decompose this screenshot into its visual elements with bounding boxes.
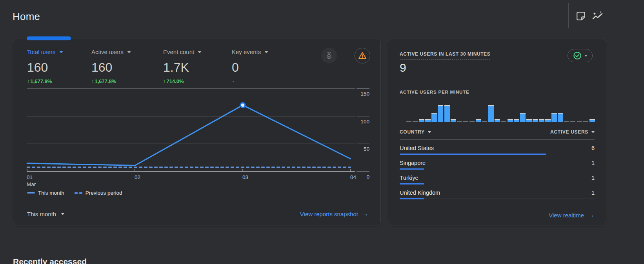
empty-minute-dash — [570, 121, 575, 122]
metric-tab-key-events[interactable]: Key events 0 - — [232, 49, 295, 84]
minute-slot — [551, 100, 558, 122]
minute-bar — [514, 119, 519, 122]
metric-tab-total-users[interactable]: Total users 160 ↑1,677.8% — [27, 49, 91, 84]
chevron-down-icon — [127, 51, 131, 53]
warning-icon[interactable] — [355, 48, 370, 63]
minute-bar — [558, 113, 563, 122]
chart-legend: This month Previous period — [27, 190, 122, 196]
active-users-per-minute-chart[interactable] — [406, 100, 596, 122]
app-canvas: Home Total users 160 ↑1,677.8% Active us… — [0, 0, 644, 264]
check-circle-icon — [573, 51, 582, 60]
row-track-line — [400, 199, 595, 199]
minute-slot — [419, 100, 425, 122]
minute-bar — [451, 119, 456, 122]
y-axis-label: 150 — [360, 91, 369, 97]
minute-bar — [476, 119, 481, 122]
minute-slot — [558, 100, 564, 122]
header-divider — [568, 3, 569, 28]
country-bar — [400, 183, 424, 184]
minute-slot — [526, 100, 533, 122]
metric-delta: ↑1,677.8% — [91, 78, 163, 84]
up-arrow-icon: ↑ — [91, 78, 94, 84]
country-name: United States — [400, 145, 434, 151]
empty-minute-dash — [406, 121, 411, 122]
minute-slot — [533, 100, 539, 122]
chevron-down-icon — [61, 213, 65, 215]
minute-slot — [451, 100, 457, 122]
legend-item-previous-period: Previous period — [75, 190, 122, 196]
table-row[interactable]: United States 6 — [400, 140, 595, 155]
minute-bar — [545, 119, 551, 122]
overview-card: Total users 160 ↑1,677.8% Active users 1… — [13, 38, 381, 226]
active-metric-tab-indicator — [27, 36, 71, 40]
empty-minute-dash — [583, 121, 588, 122]
country-bar — [400, 154, 546, 155]
medal-icon[interactable] — [321, 48, 337, 63]
row-track-line — [400, 169, 595, 169]
country-value: 1 — [591, 190, 595, 196]
metric-tab-event-count[interactable]: Event count 1.7K ↑714.0% — [163, 49, 232, 84]
view-realtime-link[interactable]: View realtime → — [549, 211, 595, 219]
active-users-column-header[interactable]: ACTIVE USERS — [550, 129, 595, 135]
metric-tabs: Total users 160 ↑1,677.8% Active users 1… — [27, 49, 295, 84]
y-axis-label: 0 — [366, 174, 369, 180]
minute-bar — [425, 119, 431, 122]
metric-tab-active-users[interactable]: Active users 160 ↑1,677.8% — [91, 49, 163, 84]
overview-card-footer: This month View reports snapshot → — [27, 207, 369, 221]
legend-item-this-month: This month — [27, 190, 64, 196]
minute-slot — [469, 100, 476, 122]
minute-slot — [413, 100, 419, 122]
view-reports-snapshot-link[interactable]: View reports snapshot → — [300, 210, 369, 218]
minute-slot — [545, 100, 551, 122]
country-column-header[interactable]: COUNTRY — [400, 129, 431, 135]
table-row[interactable]: Türkiye 1 — [400, 170, 595, 184]
empty-minute-dash — [413, 121, 418, 122]
chevron-down-icon — [59, 51, 63, 53]
chevron-down-icon — [264, 51, 268, 53]
country-name: Singapore — [400, 160, 426, 166]
x-axis-label: 01 — [27, 174, 33, 180]
minute-slot — [520, 100, 526, 122]
y-axis-label: 100 — [360, 119, 369, 125]
metric-label: Key events — [232, 49, 261, 55]
minute-slot — [539, 100, 545, 122]
minute-bar — [508, 119, 513, 122]
realtime-card: ACTIVE USERS IN LAST 30 MINUTES 9 ACTIVE… — [388, 38, 606, 226]
x-axis-label: 02 — [135, 174, 140, 180]
legend-label: Previous period — [86, 190, 122, 196]
minute-bar — [438, 105, 443, 122]
dashed-line-swatch — [75, 192, 82, 194]
minute-slot — [463, 100, 469, 122]
notes-icon[interactable] — [576, 11, 586, 21]
recently-accessed-heading: Recently accessed — [13, 257, 87, 264]
minute-slot — [438, 100, 444, 122]
realtime-country-table: COUNTRY ACTIVE USERS United States 6 Sin… — [400, 129, 595, 199]
table-row[interactable]: United Kingdom 1 — [400, 184, 595, 199]
x-axis-label: 04 — [350, 174, 357, 180]
minute-slot — [495, 100, 501, 122]
insights-icon[interactable] — [591, 10, 604, 22]
period-selector[interactable]: This month — [27, 211, 65, 217]
realtime-status-button[interactable] — [568, 49, 593, 62]
minute-bar — [431, 113, 437, 122]
series-solid — [27, 105, 351, 165]
table-row[interactable]: Singapore 1 — [400, 155, 595, 170]
realtime-title: ACTIVE USERS IN LAST 30 MINUTES — [400, 51, 490, 60]
page-title: Home — [13, 11, 40, 23]
medal-icon-glyph — [325, 51, 333, 60]
metric-label: Event count — [163, 49, 194, 55]
minute-slot — [457, 100, 463, 122]
empty-minute-dash — [482, 121, 487, 122]
overview-corner-icons — [321, 48, 370, 63]
arrow-right-icon: → — [361, 210, 369, 218]
minute-slot — [564, 100, 570, 122]
chevron-down-icon — [428, 131, 431, 133]
metric-value: 1.7K — [163, 60, 232, 75]
minute-bar — [533, 119, 538, 122]
minute-bar — [589, 119, 595, 122]
minute-slot — [570, 100, 577, 122]
up-arrow-icon: ↑ — [27, 78, 30, 84]
minute-slot — [501, 100, 507, 122]
minute-slot — [589, 100, 596, 122]
country-name: United Kingdom — [400, 190, 440, 196]
